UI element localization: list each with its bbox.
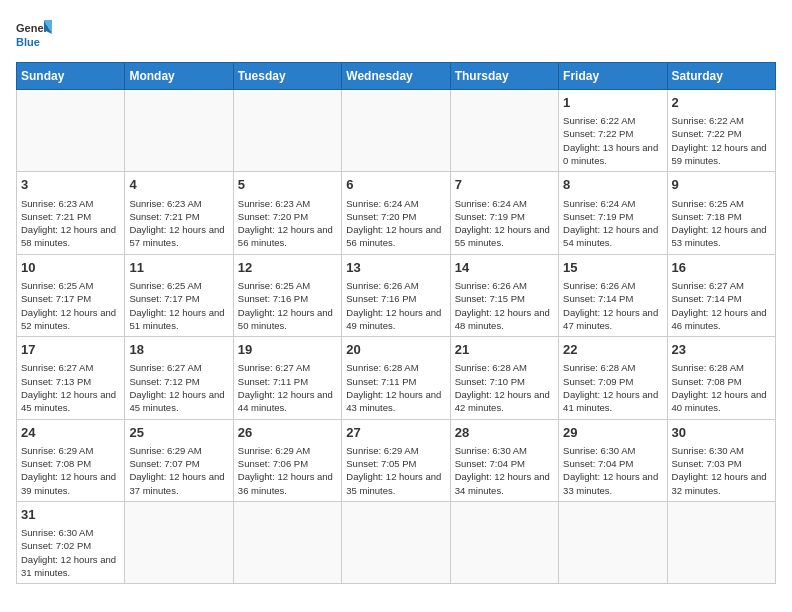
- calendar-day-cell: 18Sunrise: 6:27 AM Sunset: 7:12 PM Dayli…: [125, 337, 233, 419]
- weekday-header-cell: Friday: [559, 63, 667, 90]
- day-number: 22: [563, 341, 662, 359]
- day-info: Sunrise: 6:29 AM Sunset: 7:07 PM Dayligh…: [129, 444, 228, 497]
- day-info: Sunrise: 6:24 AM Sunset: 7:19 PM Dayligh…: [563, 197, 662, 250]
- calendar-day-cell: 29Sunrise: 6:30 AM Sunset: 7:04 PM Dayli…: [559, 419, 667, 501]
- day-number: 5: [238, 176, 337, 194]
- day-info: Sunrise: 6:29 AM Sunset: 7:06 PM Dayligh…: [238, 444, 337, 497]
- calendar-day-cell: 2Sunrise: 6:22 AM Sunset: 7:22 PM Daylig…: [667, 90, 775, 172]
- calendar-week-row: 31Sunrise: 6:30 AM Sunset: 7:02 PM Dayli…: [17, 501, 776, 583]
- calendar-day-cell: 9Sunrise: 6:25 AM Sunset: 7:18 PM Daylig…: [667, 172, 775, 254]
- calendar-day-cell: [667, 501, 775, 583]
- weekday-header-cell: Thursday: [450, 63, 558, 90]
- generalblue-logo-icon: General Blue: [16, 16, 52, 52]
- day-number: 20: [346, 341, 445, 359]
- day-number: 7: [455, 176, 554, 194]
- day-info: Sunrise: 6:24 AM Sunset: 7:20 PM Dayligh…: [346, 197, 445, 250]
- day-info: Sunrise: 6:22 AM Sunset: 7:22 PM Dayligh…: [563, 114, 662, 167]
- calendar-day-cell: [342, 90, 450, 172]
- calendar-day-cell: 13Sunrise: 6:26 AM Sunset: 7:16 PM Dayli…: [342, 254, 450, 336]
- calendar-day-cell: 22Sunrise: 6:28 AM Sunset: 7:09 PM Dayli…: [559, 337, 667, 419]
- calendar-day-cell: 11Sunrise: 6:25 AM Sunset: 7:17 PM Dayli…: [125, 254, 233, 336]
- calendar-day-cell: 28Sunrise: 6:30 AM Sunset: 7:04 PM Dayli…: [450, 419, 558, 501]
- day-info: Sunrise: 6:28 AM Sunset: 7:10 PM Dayligh…: [455, 361, 554, 414]
- day-info: Sunrise: 6:23 AM Sunset: 7:21 PM Dayligh…: [21, 197, 120, 250]
- calendar-day-cell: 19Sunrise: 6:27 AM Sunset: 7:11 PM Dayli…: [233, 337, 341, 419]
- day-info: Sunrise: 6:27 AM Sunset: 7:11 PM Dayligh…: [238, 361, 337, 414]
- day-info: Sunrise: 6:28 AM Sunset: 7:08 PM Dayligh…: [672, 361, 771, 414]
- calendar-table: SundayMondayTuesdayWednesdayThursdayFrid…: [16, 62, 776, 584]
- day-number: 23: [672, 341, 771, 359]
- calendar-body: 1Sunrise: 6:22 AM Sunset: 7:22 PM Daylig…: [17, 90, 776, 584]
- day-info: Sunrise: 6:25 AM Sunset: 7:17 PM Dayligh…: [21, 279, 120, 332]
- day-info: Sunrise: 6:26 AM Sunset: 7:15 PM Dayligh…: [455, 279, 554, 332]
- day-number: 11: [129, 259, 228, 277]
- calendar-day-cell: 6Sunrise: 6:24 AM Sunset: 7:20 PM Daylig…: [342, 172, 450, 254]
- day-number: 16: [672, 259, 771, 277]
- day-number: 8: [563, 176, 662, 194]
- day-info: Sunrise: 6:24 AM Sunset: 7:19 PM Dayligh…: [455, 197, 554, 250]
- day-info: Sunrise: 6:28 AM Sunset: 7:09 PM Dayligh…: [563, 361, 662, 414]
- calendar-day-cell: [125, 90, 233, 172]
- day-number: 13: [346, 259, 445, 277]
- day-number: 30: [672, 424, 771, 442]
- day-number: 27: [346, 424, 445, 442]
- day-number: 1: [563, 94, 662, 112]
- calendar-day-cell: 3Sunrise: 6:23 AM Sunset: 7:21 PM Daylig…: [17, 172, 125, 254]
- day-number: 31: [21, 506, 120, 524]
- day-number: 4: [129, 176, 228, 194]
- day-info: Sunrise: 6:28 AM Sunset: 7:11 PM Dayligh…: [346, 361, 445, 414]
- calendar-day-cell: [17, 90, 125, 172]
- day-info: Sunrise: 6:27 AM Sunset: 7:14 PM Dayligh…: [672, 279, 771, 332]
- calendar-week-row: 1Sunrise: 6:22 AM Sunset: 7:22 PM Daylig…: [17, 90, 776, 172]
- day-number: 26: [238, 424, 337, 442]
- day-info: Sunrise: 6:23 AM Sunset: 7:21 PM Dayligh…: [129, 197, 228, 250]
- calendar-day-cell: 14Sunrise: 6:26 AM Sunset: 7:15 PM Dayli…: [450, 254, 558, 336]
- day-info: Sunrise: 6:26 AM Sunset: 7:16 PM Dayligh…: [346, 279, 445, 332]
- calendar-week-row: 3Sunrise: 6:23 AM Sunset: 7:21 PM Daylig…: [17, 172, 776, 254]
- svg-text:Blue: Blue: [16, 36, 40, 48]
- weekday-header-cell: Tuesday: [233, 63, 341, 90]
- weekday-header-cell: Sunday: [17, 63, 125, 90]
- calendar-day-cell: 17Sunrise: 6:27 AM Sunset: 7:13 PM Dayli…: [17, 337, 125, 419]
- day-info: Sunrise: 6:30 AM Sunset: 7:03 PM Dayligh…: [672, 444, 771, 497]
- calendar-day-cell: 5Sunrise: 6:23 AM Sunset: 7:20 PM Daylig…: [233, 172, 341, 254]
- logo: General Blue: [16, 16, 52, 52]
- calendar-day-cell: 23Sunrise: 6:28 AM Sunset: 7:08 PM Dayli…: [667, 337, 775, 419]
- day-info: Sunrise: 6:27 AM Sunset: 7:12 PM Dayligh…: [129, 361, 228, 414]
- weekday-header-cell: Monday: [125, 63, 233, 90]
- day-number: 3: [21, 176, 120, 194]
- day-number: 17: [21, 341, 120, 359]
- calendar-week-row: 24Sunrise: 6:29 AM Sunset: 7:08 PM Dayli…: [17, 419, 776, 501]
- calendar-day-cell: 15Sunrise: 6:26 AM Sunset: 7:14 PM Dayli…: [559, 254, 667, 336]
- day-info: Sunrise: 6:25 AM Sunset: 7:17 PM Dayligh…: [129, 279, 228, 332]
- weekday-header-cell: Saturday: [667, 63, 775, 90]
- day-number: 10: [21, 259, 120, 277]
- day-info: Sunrise: 6:25 AM Sunset: 7:16 PM Dayligh…: [238, 279, 337, 332]
- day-info: Sunrise: 6:23 AM Sunset: 7:20 PM Dayligh…: [238, 197, 337, 250]
- calendar-day-cell: 31Sunrise: 6:30 AM Sunset: 7:02 PM Dayli…: [17, 501, 125, 583]
- day-number: 28: [455, 424, 554, 442]
- calendar-day-cell: 12Sunrise: 6:25 AM Sunset: 7:16 PM Dayli…: [233, 254, 341, 336]
- day-info: Sunrise: 6:22 AM Sunset: 7:22 PM Dayligh…: [672, 114, 771, 167]
- day-info: Sunrise: 6:29 AM Sunset: 7:05 PM Dayligh…: [346, 444, 445, 497]
- calendar-day-cell: 16Sunrise: 6:27 AM Sunset: 7:14 PM Dayli…: [667, 254, 775, 336]
- calendar-day-cell: 25Sunrise: 6:29 AM Sunset: 7:07 PM Dayli…: [125, 419, 233, 501]
- calendar-day-cell: 8Sunrise: 6:24 AM Sunset: 7:19 PM Daylig…: [559, 172, 667, 254]
- day-info: Sunrise: 6:25 AM Sunset: 7:18 PM Dayligh…: [672, 197, 771, 250]
- weekday-header-cell: Wednesday: [342, 63, 450, 90]
- calendar-week-row: 10Sunrise: 6:25 AM Sunset: 7:17 PM Dayli…: [17, 254, 776, 336]
- day-number: 24: [21, 424, 120, 442]
- day-info: Sunrise: 6:27 AM Sunset: 7:13 PM Dayligh…: [21, 361, 120, 414]
- calendar-day-cell: 30Sunrise: 6:30 AM Sunset: 7:03 PM Dayli…: [667, 419, 775, 501]
- day-number: 2: [672, 94, 771, 112]
- day-info: Sunrise: 6:30 AM Sunset: 7:04 PM Dayligh…: [455, 444, 554, 497]
- weekday-header-row: SundayMondayTuesdayWednesdayThursdayFrid…: [17, 63, 776, 90]
- calendar-day-cell: 26Sunrise: 6:29 AM Sunset: 7:06 PM Dayli…: [233, 419, 341, 501]
- day-number: 18: [129, 341, 228, 359]
- day-number: 14: [455, 259, 554, 277]
- calendar-week-row: 17Sunrise: 6:27 AM Sunset: 7:13 PM Dayli…: [17, 337, 776, 419]
- calendar-day-cell: 7Sunrise: 6:24 AM Sunset: 7:19 PM Daylig…: [450, 172, 558, 254]
- day-number: 29: [563, 424, 662, 442]
- day-number: 21: [455, 341, 554, 359]
- calendar-day-cell: [559, 501, 667, 583]
